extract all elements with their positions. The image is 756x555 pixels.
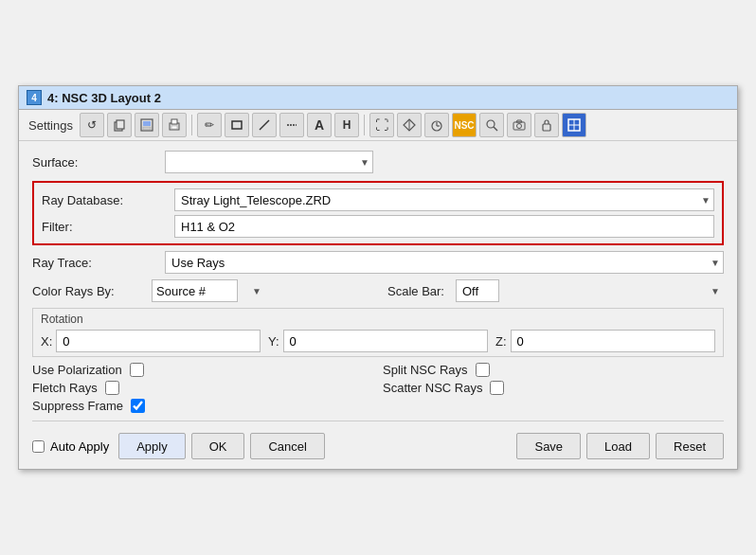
hatch-button[interactable]: H xyxy=(334,113,359,137)
pointer-button[interactable]: ⛶ xyxy=(369,113,394,137)
auto-apply-group: Auto Apply xyxy=(32,439,109,454)
reset-button[interactable]: Reset xyxy=(656,433,724,459)
text-button[interactable]: A xyxy=(307,113,332,137)
window-title: 4: NSC 3D Layout 2 xyxy=(47,91,161,105)
fletch-rays-checkbox[interactable] xyxy=(105,381,119,395)
rotation-y-field: Y: xyxy=(268,330,488,352)
copy-button[interactable] xyxy=(107,113,132,137)
zoom-button[interactable] xyxy=(479,113,504,137)
filter-input[interactable] xyxy=(174,215,714,238)
grid-button[interactable] xyxy=(562,113,586,137)
suppress-frame-row: Suppress Frame xyxy=(32,399,373,413)
load-button[interactable]: Load xyxy=(586,433,650,459)
refresh-button[interactable]: ↺ xyxy=(80,113,104,137)
rotation-x-label: X: xyxy=(41,334,52,349)
scatter-nsc-rays-checkbox[interactable] xyxy=(490,381,504,395)
svg-point-19 xyxy=(516,124,521,129)
rectangle-button[interactable] xyxy=(225,113,249,137)
line-button[interactable] xyxy=(252,113,277,137)
rotation-title: Rotation xyxy=(41,313,715,326)
cancel-button[interactable]: Cancel xyxy=(250,433,324,459)
svg-line-17 xyxy=(494,127,497,131)
filter-row: Filter: xyxy=(42,215,714,238)
scatter-nsc-rays-label: Scatter NSC Rays xyxy=(383,381,482,395)
ray-trace-dropdown[interactable]: Use Rays All None xyxy=(165,251,724,274)
rotation-row: X: Y: Z: xyxy=(41,330,715,352)
ray-trace-row: Ray Trace: Use Rays All None ▼ xyxy=(32,251,724,274)
divider xyxy=(32,421,724,421)
main-window: 4 4: NSC 3D Layout 2 Settings ↺ ✏ A H ⛶ xyxy=(18,85,738,470)
split-nsc-rays-checkbox[interactable] xyxy=(476,363,490,377)
surface-row: Surface: ▼ xyxy=(32,151,724,173)
rotation-z-input[interactable] xyxy=(511,330,715,352)
color-rays-dropdown[interactable]: Source # Wavelength Field xyxy=(152,279,238,302)
color-rays-label: Color Rays By: xyxy=(32,284,146,298)
color-rays-row: Color Rays By: Source # Wavelength Field… xyxy=(32,279,724,302)
suppress-frame-checkbox[interactable] xyxy=(131,399,145,413)
form-content: Surface: ▼ Ray Database: Stray Light_Tel… xyxy=(19,141,737,469)
scale-bar-dropdown[interactable]: Off On xyxy=(456,279,499,302)
split-nsc-rays-row: Split NSC Rays xyxy=(383,363,724,377)
save-image-button[interactable] xyxy=(135,113,159,137)
scatter-nsc-rays-row: Scatter NSC Rays xyxy=(383,381,724,395)
auto-apply-checkbox[interactable] xyxy=(32,440,45,453)
print-button[interactable] xyxy=(162,113,187,137)
use-polarization-row: Use Polarization xyxy=(32,363,373,377)
dash-line-button[interactable] xyxy=(279,113,304,137)
rotation-x-field: X: xyxy=(41,330,261,352)
fletch-rays-row: Fletch Rays xyxy=(32,381,373,395)
rotation-z-field: Z: xyxy=(495,330,715,352)
auto-apply-label: Auto Apply xyxy=(50,439,109,454)
color-rays-arrow: ▼ xyxy=(252,286,261,296)
highlighted-section: Ray Database: Stray Light_Telescope.ZRD … xyxy=(32,181,724,245)
apply-button[interactable]: Apply xyxy=(118,433,186,459)
separator-1 xyxy=(191,115,192,135)
svg-rect-1 xyxy=(117,120,124,129)
scale-bar-arrow: ▼ xyxy=(711,286,720,296)
ray-database-label: Ray Database: xyxy=(42,193,174,207)
pencil-button[interactable]: ✏ xyxy=(197,113,222,137)
suppress-frame-label: Suppress Frame xyxy=(32,399,123,413)
surface-dropdown[interactable] xyxy=(165,151,373,173)
settings-label: Settings xyxy=(25,118,77,133)
scale-bar-section: Scale Bar: Off On ▼ xyxy=(387,279,724,302)
svg-rect-6 xyxy=(171,119,177,124)
window-icon: 4 xyxy=(27,90,42,105)
surface-label: Surface: xyxy=(32,155,165,170)
scale-bar-label: Scale Bar: xyxy=(387,284,444,298)
separator-2 xyxy=(364,115,365,135)
save-button[interactable]: Save xyxy=(516,433,581,459)
toolbar: Settings ↺ ✏ A H ⛶ NSC xyxy=(19,110,737,141)
svg-point-16 xyxy=(487,120,495,128)
svg-rect-4 xyxy=(143,127,151,130)
lock-button[interactable] xyxy=(534,113,559,137)
rotation-z-label: Z: xyxy=(495,334,507,349)
ray-database-dropdown[interactable]: Stray Light_Telescope.ZRD xyxy=(174,188,714,211)
svg-rect-7 xyxy=(171,126,177,129)
button-row: Auto Apply Apply OK Cancel Save Load Res… xyxy=(32,429,724,459)
filter-label: Filter: xyxy=(42,220,174,234)
ray-trace-label: Ray Trace: xyxy=(32,256,165,270)
use-polarization-label: Use Polarization xyxy=(32,363,122,377)
svg-line-9 xyxy=(260,120,269,130)
nsc-button[interactable]: NSC xyxy=(452,113,477,137)
clock-button[interactable] xyxy=(424,113,449,137)
rotation-y-label: Y: xyxy=(268,334,279,349)
svg-rect-8 xyxy=(232,121,242,129)
title-bar: 4 4: NSC 3D Layout 2 xyxy=(19,86,737,110)
svg-marker-20 xyxy=(516,120,522,122)
color-rays-left: Color Rays By: Source # Wavelength Field… xyxy=(32,279,369,302)
rotation-y-input[interactable] xyxy=(283,330,488,352)
svg-rect-3 xyxy=(143,121,151,126)
fletch-rays-label: Fletch Rays xyxy=(32,381,98,395)
ok-button[interactable]: OK xyxy=(191,433,245,459)
camera-button[interactable] xyxy=(507,113,531,137)
plane-button[interactable] xyxy=(397,113,422,137)
rotation-x-input[interactable] xyxy=(56,330,261,352)
checkbox-grid: Use Polarization Split NSC Rays Fletch R… xyxy=(32,363,724,413)
ray-database-row: Ray Database: Stray Light_Telescope.ZRD … xyxy=(42,188,714,211)
rotation-group: Rotation X: Y: Z: xyxy=(32,308,724,357)
svg-rect-21 xyxy=(543,124,550,131)
split-nsc-rays-label: Split NSC Rays xyxy=(383,363,468,377)
use-polarization-checkbox[interactable] xyxy=(130,363,144,377)
